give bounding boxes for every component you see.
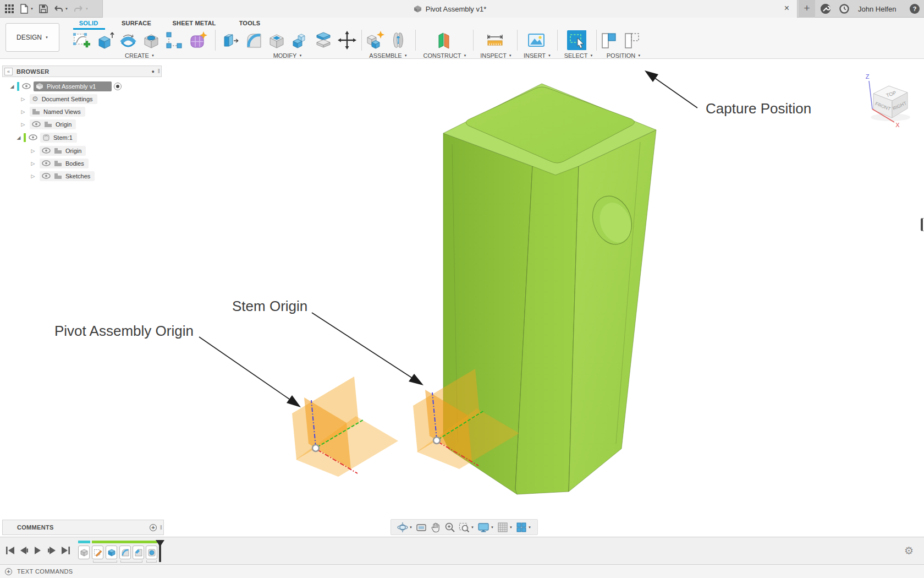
- go-to-end-button[interactable]: [61, 546, 70, 555]
- origin-point[interactable]: [312, 445, 319, 451]
- notifications-clock-icon[interactable]: [839, 4, 849, 14]
- measure-icon[interactable]: [485, 30, 505, 50]
- timeline-item-chamfer[interactable]: [133, 546, 144, 559]
- expander-closed-icon[interactable]: ▷: [20, 96, 26, 102]
- undo-button[interactable]: ▼: [53, 5, 68, 13]
- look-at-tool[interactable]: [416, 522, 427, 533]
- revolve-icon[interactable]: [118, 30, 138, 50]
- activate-component-radio[interactable]: [114, 83, 122, 90]
- joint-icon[interactable]: [388, 30, 408, 50]
- pivot-assembly-origin-triad[interactable]: [292, 377, 398, 477]
- browser-panel-header[interactable]: « BROWSER ● ‖: [2, 66, 162, 77]
- new-tab-button[interactable]: +: [799, 0, 815, 18]
- save-icon[interactable]: [39, 4, 48, 13]
- pan-t ool[interactable]: [430, 522, 441, 533]
- origin-point[interactable]: [433, 437, 440, 444]
- help-icon[interactable]: ?: [910, 4, 920, 14]
- capture-position-icon[interactable]: [600, 30, 619, 50]
- group-position[interactable]: POSITION ▼: [607, 52, 641, 59]
- group-construct[interactable]: CONSTRUCT ▼: [423, 52, 466, 59]
- press-pull-icon[interactable]: [221, 30, 240, 50]
- new-component-icon[interactable]: [365, 30, 385, 50]
- go-to-start-button[interactable]: [6, 546, 15, 555]
- collapse-browser-icon[interactable]: «: [4, 68, 13, 75]
- file-menu[interactable]: ▼: [20, 4, 34, 14]
- zoom-window-tool[interactable]: ▼: [459, 522, 474, 533]
- document-tab[interactable]: Pivot Assembly v1* ×: [102, 0, 798, 18]
- visibility-eye-icon[interactable]: [22, 81, 31, 91]
- expander-open-icon[interactable]: ◢: [15, 135, 22, 140]
- visibility-eye-icon[interactable]: [42, 148, 51, 154]
- hole-icon[interactable]: [141, 30, 161, 50]
- redo-button[interactable]: ▼: [74, 5, 89, 13]
- construct-plane-icon[interactable]: [434, 30, 454, 50]
- group-insert[interactable]: INSERT ▼: [524, 52, 551, 59]
- revert-position-icon[interactable]: [623, 30, 642, 50]
- move-icon[interactable]: [337, 30, 357, 50]
- display-settings-tool[interactable]: ▼: [477, 522, 494, 533]
- group-select[interactable]: SELECT ▼: [564, 52, 593, 59]
- app-grid-icon[interactable]: [4, 4, 14, 14]
- job-status-icon[interactable]: [821, 4, 831, 14]
- text-commands-label[interactable]: TEXT COMMANDS: [17, 568, 73, 575]
- visibility-eye-icon[interactable]: [32, 121, 41, 127]
- close-tab-icon[interactable]: ×: [784, 4, 789, 13]
- viewport-canvas[interactable]: TOP FRONT RIGHT Z X: [0, 0, 924, 578]
- play-button[interactable]: [33, 546, 43, 555]
- expander-open-icon[interactable]: ◢: [9, 84, 15, 89]
- visibility-eye-icon[interactable]: [42, 160, 51, 166]
- expander-closed-icon[interactable]: ▷: [30, 161, 36, 166]
- zoom-tool[interactable]: [444, 522, 455, 533]
- pattern-icon[interactable]: [164, 30, 184, 50]
- step-forward-button[interactable]: [47, 546, 57, 555]
- orbit-tool[interactable]: ▼: [397, 522, 413, 533]
- panel-dot-icon[interactable]: ●: [151, 69, 154, 74]
- timeline-playhead[interactable]: [155, 539, 166, 563]
- browser-row-stem[interactable]: ◢ Stem:1: [15, 132, 77, 143]
- browser-row-document-settings[interactable]: ▷ ⚙ Document Settings: [20, 94, 97, 104]
- group-modify[interactable]: MODIFY ▼: [273, 52, 302, 59]
- fillet-icon[interactable]: [244, 30, 263, 50]
- tab-surface[interactable]: SURFACE: [122, 20, 151, 26]
- design-workspace-menu[interactable]: DESIGN ▼: [6, 23, 59, 52]
- panel-handle-icon[interactable]: ‖: [158, 68, 160, 74]
- expander-closed-icon[interactable]: ▷: [20, 122, 26, 127]
- browser-row-named-views[interactable]: ▷ Named Views: [20, 106, 85, 117]
- expand-text-commands-icon[interactable]: +: [5, 568, 12, 575]
- tab-sheet-metal[interactable]: SHEET METAL: [173, 20, 216, 26]
- expander-closed-icon[interactable]: ▷: [30, 148, 36, 154]
- browser-row-sketches[interactable]: ▷ Sketches: [30, 171, 95, 181]
- viewports-tool[interactable]: ▼: [516, 522, 531, 533]
- timeline-item-extrude[interactable]: [106, 546, 117, 559]
- timeline-item-fillet[interactable]: [119, 546, 131, 559]
- root-component-chip[interactable]: Pivot Assembly v1: [34, 81, 112, 91]
- visibility-eye-icon[interactable]: [42, 173, 51, 179]
- browser-row-stem-origin[interactable]: ▷ Origin: [30, 145, 86, 156]
- select-icon[interactable]: [566, 30, 586, 50]
- browser-row-bodies[interactable]: ▷ Bodies: [30, 158, 89, 168]
- user-name[interactable]: John Helfen: [858, 5, 896, 13]
- view-cube[interactable]: TOP FRONT RIGHT Z X: [866, 73, 910, 128]
- step-back-button[interactable]: [19, 546, 29, 555]
- visibility-eye-icon[interactable]: [29, 133, 37, 143]
- timeline-settings-gear-icon[interactable]: ⚙: [904, 544, 914, 557]
- browser-row-origin[interactable]: ▷ Origin: [20, 119, 76, 129]
- extrude-icon[interactable]: [95, 30, 115, 50]
- group-create[interactable]: CREATE ▼: [125, 52, 155, 59]
- group-inspect[interactable]: INSPECT ▼: [480, 52, 512, 59]
- grid-layout-tool[interactable]: ▼: [497, 522, 513, 533]
- comments-panel-header[interactable]: COMMENTS + ‖: [2, 520, 164, 535]
- browser-row-root[interactable]: ◢ Pivot Assembly v1: [9, 81, 122, 91]
- combine-icon[interactable]: [290, 30, 310, 50]
- insert-image-icon[interactable]: [526, 30, 546, 50]
- panel-handle-icon[interactable]: ‖: [160, 525, 162, 531]
- expander-closed-icon[interactable]: ▷: [20, 109, 26, 114]
- shell-icon[interactable]: [267, 30, 287, 50]
- expander-closed-icon[interactable]: ▷: [30, 173, 36, 179]
- create-form-icon[interactable]: [188, 30, 208, 50]
- add-comment-icon[interactable]: +: [150, 524, 157, 531]
- timeline-item-sketch[interactable]: [92, 546, 103, 559]
- tab-solid[interactable]: SOLID: [79, 20, 98, 26]
- create-sketch-icon[interactable]: [72, 30, 91, 50]
- group-assemble[interactable]: ASSEMBLE ▼: [369, 52, 407, 59]
